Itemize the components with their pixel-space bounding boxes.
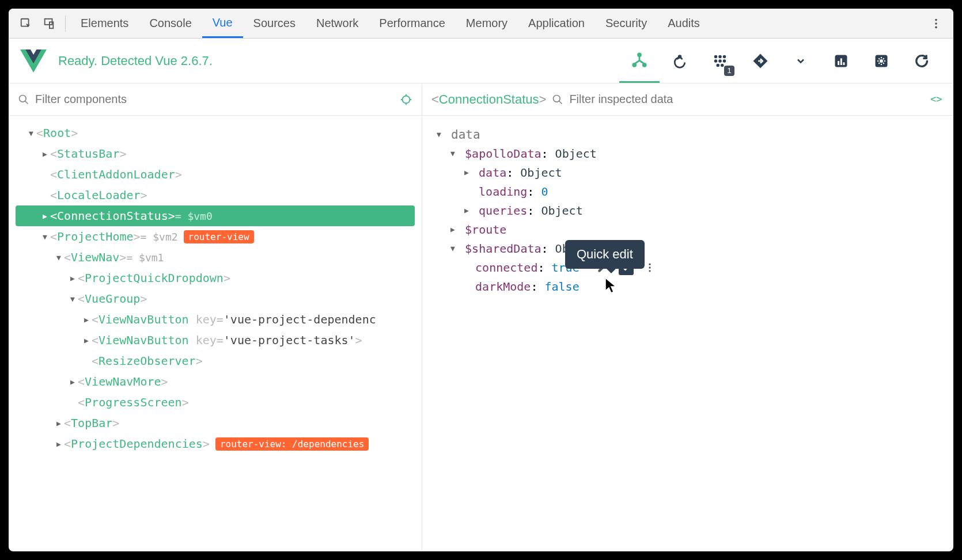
svg-point-9: [679, 55, 681, 58]
cursor-icon: [604, 277, 618, 294]
svg-rect-21: [843, 62, 845, 65]
tree-row[interactable]: <ResizeObserver>: [9, 351, 422, 371]
data-row[interactable]: loading: 0: [422, 182, 953, 201]
component-tree-pane: ▼<Root> ▶<StatusBar> <ClientAddonLoader>…: [9, 83, 422, 551]
vue-logo-icon: [20, 49, 47, 73]
events-badge: 1: [724, 66, 734, 76]
search-icon: [18, 94, 29, 105]
main-panes: ▼<Root> ▶<StatusBar> <ClientAddonLoader>…: [9, 83, 953, 551]
router-view-tag: router-view: [184, 230, 254, 243]
component-filter-bar: [9, 83, 422, 116]
svg-point-30: [649, 270, 650, 272]
svg-point-13: [714, 59, 718, 63]
settings-icon[interactable]: [861, 39, 902, 83]
tab-audits[interactable]: Audits: [657, 9, 710, 38]
routing-tab-icon[interactable]: [740, 39, 781, 83]
svg-point-29: [649, 266, 650, 268]
svg-point-3: [935, 18, 937, 21]
svg-point-24: [20, 95, 26, 102]
devtools-tab-bar: Elements Console Vue Sources Network Per…: [9, 9, 953, 39]
tab-memory[interactable]: Memory: [456, 9, 518, 38]
inspect-element-icon[interactable]: [14, 12, 37, 35]
data-row[interactable]: ▶ queries: Object: [422, 201, 953, 220]
svg-point-26: [554, 95, 560, 102]
tree-row-selected[interactable]: ▶<ConnectionStatus> = $vm0: [16, 205, 415, 226]
svg-point-17: [721, 63, 724, 67]
tree-row[interactable]: ▶<ViewNavButton key='vue-project-tasks'>: [9, 330, 422, 351]
tab-console[interactable]: Console: [139, 9, 202, 38]
data-row[interactable]: ▶ data: Object: [422, 163, 953, 182]
svg-point-16: [717, 63, 720, 67]
component-tree[interactable]: ▼<Root> ▶<StatusBar> <ClientAddonLoader>…: [9, 116, 422, 551]
tree-row[interactable]: <ProgressScreen>: [9, 392, 422, 413]
tab-vue[interactable]: Vue: [202, 9, 243, 38]
data-row[interactable]: darkMode: false: [422, 277, 953, 296]
tree-row[interactable]: ▶<ViewNavButton key='vue-project-depende…: [9, 309, 422, 330]
tree-row[interactable]: ▼<ProjectHome> = $vm2router-view: [9, 226, 422, 247]
tree-row[interactable]: ▶<TopBar>: [9, 413, 422, 433]
components-tab-icon[interactable]: [619, 39, 660, 83]
data-row[interactable]: ▼ $sharedData: Obj: [422, 239, 953, 258]
performance-tab-icon[interactable]: [821, 39, 861, 83]
divider: [65, 16, 66, 32]
data-row[interactable]: connected: true: [422, 258, 953, 277]
svg-point-14: [718, 59, 722, 63]
data-tree: ▼ data ▼ $apolloData: Object ▶ data: Obj…: [422, 116, 953, 551]
tree-row[interactable]: ▶<ProjectDependencies>router-view: /depe…: [9, 433, 422, 454]
tree-row[interactable]: <LocaleLoader>: [9, 185, 422, 205]
tab-network[interactable]: Network: [306, 9, 369, 38]
svg-point-5: [935, 26, 937, 28]
refresh-icon[interactable]: [902, 39, 942, 83]
filter-components-input[interactable]: [35, 93, 394, 106]
tab-security[interactable]: Security: [595, 9, 657, 38]
tree-row[interactable]: ▶<StatusBar>: [9, 143, 422, 164]
inspector-pane: <ConnectionStatus> <> ▼ data ▼ $apolloDa…: [422, 83, 953, 551]
data-row[interactable]: ▶ $route: [422, 220, 953, 239]
vue-status-text: Ready. Detected Vue 2.6.7.: [58, 54, 213, 68]
device-toolbar-icon[interactable]: [37, 12, 60, 35]
svg-point-25: [403, 96, 410, 103]
tree-row[interactable]: ▼<VueGroup>: [9, 288, 422, 309]
svg-text:<>: <>: [930, 94, 942, 105]
tab-sources[interactable]: Sources: [243, 9, 306, 38]
search-icon: [552, 94, 563, 105]
data-row[interactable]: ▼ $apolloData: Object: [422, 144, 953, 163]
tree-row[interactable]: ▼<ViewNav> = $vm1: [9, 247, 422, 268]
tree-row[interactable]: ▶<ViewNavMore>: [9, 371, 422, 392]
tree-row[interactable]: ▼<Root>: [9, 123, 422, 143]
more-actions-icon[interactable]: [643, 261, 657, 275]
svg-point-10: [714, 55, 718, 58]
kebab-menu-icon[interactable]: [925, 12, 948, 35]
vue-header: Ready. Detected Vue 2.6.7. 1: [9, 39, 953, 83]
svg-point-6: [638, 54, 641, 56]
svg-point-4: [935, 22, 937, 25]
events-tab-icon[interactable]: 1: [700, 39, 740, 83]
tree-row[interactable]: <ClientAddonLoader>: [9, 164, 422, 185]
selected-component-title: <ConnectionStatus>: [431, 92, 546, 107]
chevron-down-icon[interactable]: [781, 39, 821, 83]
svg-point-12: [723, 55, 726, 58]
tab-application[interactable]: Application: [518, 9, 595, 38]
svg-rect-20: [840, 58, 842, 65]
inspector-filter-bar: <ConnectionStatus> <>: [422, 83, 953, 116]
svg-point-8: [643, 63, 646, 66]
vuex-tab-icon[interactable]: [660, 39, 700, 83]
tree-row[interactable]: ▶<ProjectQuickDropdown>: [9, 268, 422, 288]
svg-rect-19: [838, 61, 839, 65]
filter-inspected-input[interactable]: [569, 93, 925, 106]
svg-point-7: [633, 63, 636, 66]
svg-point-23: [880, 59, 883, 63]
svg-point-28: [649, 263, 650, 265]
tab-elements[interactable]: Elements: [70, 9, 139, 38]
quick-edit-tooltip: Quick edit: [565, 240, 645, 269]
open-in-editor-icon[interactable]: <>: [930, 94, 944, 105]
svg-point-11: [718, 55, 722, 58]
tab-performance[interactable]: Performance: [369, 9, 456, 38]
target-icon[interactable]: [400, 93, 412, 106]
router-view-tag: router-view: /dependencies: [215, 437, 369, 451]
data-section-header[interactable]: ▼ data: [422, 125, 953, 144]
devtools-window: Elements Console Vue Sources Network Per…: [9, 9, 953, 551]
svg-point-15: [723, 59, 726, 63]
